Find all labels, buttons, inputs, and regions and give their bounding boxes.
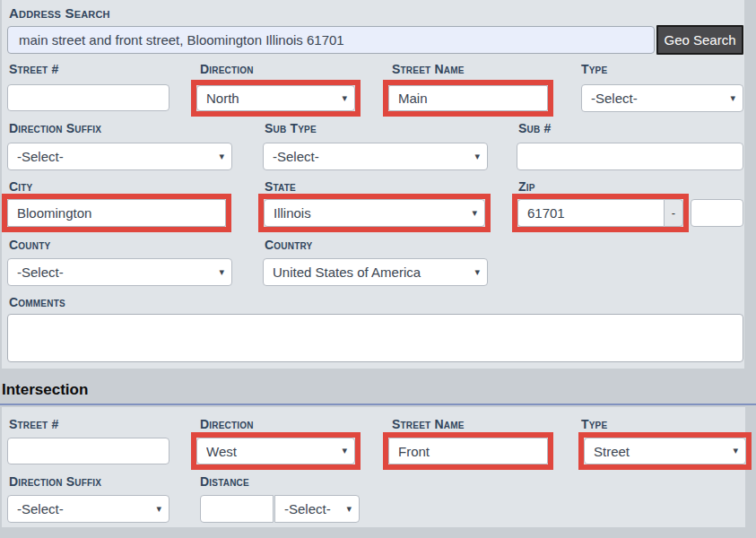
ix-direction-suffix-select-wrap: -Select- ▾ xyxy=(7,495,169,523)
county-label: County xyxy=(9,238,50,252)
ix-direction-select-wrap: West ▾ xyxy=(196,438,355,464)
ix-direction-label: Direction xyxy=(200,417,254,431)
sub-number-input[interactable] xyxy=(517,143,743,170)
direction-suffix-label: Direction Suffix xyxy=(9,121,101,135)
ix-distance-unit-select[interactable]: -Select- xyxy=(274,495,360,523)
street-number-input[interactable] xyxy=(7,84,169,111)
county-select-wrap: -Select- ▾ xyxy=(7,258,232,286)
ix-street-name-input[interactable] xyxy=(388,438,548,464)
zip-highlight: - xyxy=(512,194,689,232)
zip-label: Zip xyxy=(518,179,535,194)
direction-highlight: North ▾ xyxy=(191,80,361,117)
ix-type-highlight: Street ▾ xyxy=(578,432,752,470)
county-select[interactable]: -Select- xyxy=(7,258,232,286)
type-label: Type xyxy=(581,62,607,76)
state-select[interactable]: Illinois xyxy=(264,199,485,227)
address-search-input[interactable] xyxy=(7,26,655,54)
city-highlight xyxy=(2,194,231,232)
direction-select[interactable]: North xyxy=(196,85,355,111)
sub-number-label: Sub # xyxy=(518,121,551,135)
sub-type-select-wrap: -Select- ▾ xyxy=(263,143,488,170)
type-select[interactable]: -Select- xyxy=(581,84,743,112)
direction-suffix-select-wrap: -Select- ▾ xyxy=(7,143,232,170)
geo-search-button[interactable]: Geo Search xyxy=(656,25,743,55)
direction-label: Direction xyxy=(200,62,254,76)
country-select[interactable]: United States of America xyxy=(263,258,488,286)
ix-type-select[interactable]: Street xyxy=(584,438,746,464)
state-highlight: Illinois ▾ xyxy=(258,194,491,232)
section-divider xyxy=(0,404,756,405)
zip-input[interactable] xyxy=(517,199,664,227)
ix-street-name-label: Street Name xyxy=(392,417,465,431)
sub-type-select[interactable]: -Select- xyxy=(263,143,488,170)
intersection-title: Intersection xyxy=(2,381,88,399)
city-label: City xyxy=(9,179,32,194)
ix-distance-label: Distance xyxy=(200,474,249,489)
direction-select-wrap: North ▾ xyxy=(196,85,355,111)
street-name-label: Street Name xyxy=(392,62,465,76)
type-select-wrap: -Select- ▾ xyxy=(581,84,743,112)
zip-group: - xyxy=(517,199,683,227)
ix-direction-highlight: West ▾ xyxy=(191,432,361,470)
address-search-title: Address Search xyxy=(9,5,110,21)
ix-street-number-label: Street # xyxy=(9,417,58,431)
street-name-highlight xyxy=(383,80,553,117)
ix-type-label: Type xyxy=(581,417,607,431)
ix-direction-suffix-select[interactable]: -Select- xyxy=(7,495,169,523)
comments-textarea[interactable] xyxy=(7,314,743,362)
zip-plus4-input[interactable] xyxy=(691,199,743,227)
ix-distance-unit-select-wrap: -Select- ▾ xyxy=(274,495,360,523)
country-label: Country xyxy=(265,238,312,252)
street-name-input[interactable] xyxy=(388,85,548,111)
state-select-wrap: Illinois ▾ xyxy=(264,199,485,227)
state-label: State xyxy=(265,179,296,194)
ix-direction-suffix-label: Direction Suffix xyxy=(9,474,101,489)
ix-street-number-input[interactable] xyxy=(7,438,169,464)
ix-street-name-highlight xyxy=(383,432,553,470)
city-input[interactable] xyxy=(7,199,226,227)
zip-separator: - xyxy=(664,199,683,227)
sub-type-label: Sub Type xyxy=(265,121,317,135)
ix-type-select-wrap: Street ▾ xyxy=(584,438,746,464)
comments-label: Comments xyxy=(9,295,65,309)
street-number-label: Street # xyxy=(9,62,58,76)
country-select-wrap: United States of America ▾ xyxy=(263,258,488,286)
ix-distance-input[interactable] xyxy=(200,495,274,523)
ix-direction-select[interactable]: West xyxy=(196,438,355,464)
direction-suffix-select[interactable]: -Select- xyxy=(7,143,232,170)
